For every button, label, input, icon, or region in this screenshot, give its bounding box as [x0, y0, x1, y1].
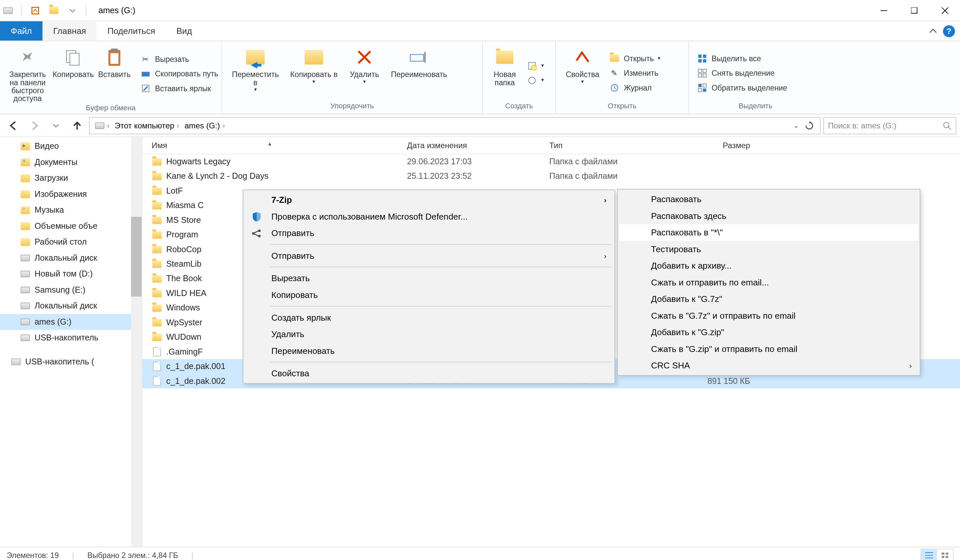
folder-icon — [152, 259, 162, 269]
ctx-extract[interactable]: Распаковать — [619, 191, 918, 208]
ctx-add-zip[interactable]: Добавить к "G.zip" — [619, 324, 918, 341]
nav-item[interactable]: Локальный диск — [0, 298, 142, 314]
minimize-button[interactable] — [869, 0, 899, 21]
moveto-button[interactable]: Переместить в▾ — [227, 44, 283, 102]
forward-button[interactable] — [26, 116, 44, 134]
delete-button[interactable]: Удалить▾ — [344, 44, 384, 102]
invertselect-button[interactable]: Обратить выделение — [694, 81, 790, 94]
copypath-button[interactable]: Скопировать путь — [138, 67, 221, 80]
qat-dropdown-icon[interactable] — [66, 4, 79, 17]
qat-newfolder-icon[interactable] — [47, 4, 60, 17]
nav-item[interactable]: Видео — [0, 138, 142, 154]
ctx-extract-to[interactable]: Распаковать в "*\" — [619, 224, 918, 241]
file-row[interactable]: Kane & Lynch 2 - Dog Days25.11.2023 23:5… — [142, 169, 960, 183]
ctx-share[interactable]: Отправить — [245, 225, 613, 242]
file-date: 25.11.2023 23:52 — [398, 171, 540, 181]
newitem-button[interactable]: ▾ — [524, 59, 547, 72]
maximize-button[interactable] — [899, 0, 930, 21]
newfolder-button[interactable]: Новая папка — [488, 44, 522, 102]
nav-item[interactable]: Samsung (E:) — [0, 282, 142, 298]
folder-icon — [152, 273, 162, 284]
breadcrumb[interactable]: › Этот компьютер› ames (G:)› ⌄ — [89, 117, 821, 134]
ctx-rename[interactable]: Переименовать — [245, 342, 613, 359]
cut-button[interactable]: ✂Вырезать — [138, 53, 221, 66]
selectnone-button[interactable]: Снять выделение — [694, 66, 790, 79]
tab-file[interactable]: Файл — [0, 21, 42, 41]
file-name: SteamLib — [166, 259, 202, 269]
ctx-compress-zip-email[interactable]: Сжать в "G.zip" и отправить по email — [619, 341, 918, 357]
back-button[interactable] — [4, 116, 23, 134]
details-view-button[interactable] — [921, 549, 937, 560]
tab-home[interactable]: Главная — [42, 21, 97, 41]
recent-dropdown[interactable] — [46, 116, 65, 134]
nav-item[interactable]: Музыка — [0, 202, 142, 218]
rename-button[interactable]: Переименовать — [387, 44, 451, 102]
file-type: Папка с файлами — [540, 171, 658, 181]
nav-item[interactable]: Рабочий стол — [0, 234, 142, 250]
ctx-add-7z[interactable]: Добавить к "G.7z" — [619, 291, 918, 307]
close-button[interactable] — [930, 0, 960, 21]
col-name[interactable]: ▴Имя — [142, 141, 398, 150]
ctx-defender[interactable]: Проверка с использованием Microsoft Defe… — [245, 208, 613, 225]
nav-item[interactable]: Изображения — [0, 186, 142, 202]
ctx-delete[interactable]: Удалить — [245, 326, 613, 343]
rename-icon — [408, 46, 430, 68]
copyto-button[interactable]: Копировать в▾ — [286, 44, 342, 102]
ctx-add-archive[interactable]: Добавить к архиву... — [619, 258, 918, 274]
ctx-compress-7z-email[interactable]: Сжать в "G.7z" и отправить по email — [619, 307, 918, 324]
nav-item[interactable]: USB-накопитель ( — [0, 354, 142, 370]
properties-button[interactable]: Свойства▾ — [561, 44, 604, 102]
nav-scrollbar-thumb[interactable] — [131, 217, 142, 297]
ctx-sendto[interactable]: Отправить› — [245, 247, 613, 264]
svg-rect-37 — [942, 552, 944, 554]
address-dropdown-icon[interactable]: ⌄ — [791, 122, 801, 129]
col-type[interactable]: Тип — [540, 141, 658, 150]
edit-small-button[interactable]: ✎Изменить — [606, 66, 663, 79]
nav-item[interactable]: ames (G:) — [0, 314, 142, 330]
ctx-cut[interactable]: Вырезать — [245, 270, 613, 287]
ctx-crc[interactable]: CRC SHA› — [619, 357, 918, 374]
nav-item[interactable]: Загрузки — [0, 170, 142, 186]
collapse-ribbon-icon[interactable] — [928, 26, 938, 35]
search-input[interactable]: Поиск в: ames (G:) — [823, 117, 956, 134]
nav-item[interactable]: USB-накопитель — [0, 330, 142, 346]
col-date[interactable]: Дата изменения — [398, 141, 540, 150]
easyaccess-button[interactable]: ▾ — [524, 74, 547, 86]
nav-item[interactable]: Объемные объе — [0, 218, 142, 234]
ctx-copy[interactable]: Копировать — [245, 287, 613, 304]
sort-asc-icon: ▴ — [268, 140, 272, 147]
breadcrumb-pc[interactable]: Этот компьютер› — [112, 121, 182, 130]
nav-item[interactable]: Локальный диск — [0, 250, 142, 266]
breadcrumb-drive[interactable]: ames (G:)› — [182, 121, 227, 130]
up-button[interactable] — [68, 116, 86, 134]
paste-button[interactable]: Вставить — [96, 44, 132, 104]
help-icon[interactable]: ? — [943, 25, 955, 37]
ctx-compress-email[interactable]: Сжать и отправить по email... — [619, 274, 918, 291]
nav-item[interactable]: Новый том (D:) — [0, 266, 142, 282]
qat-properties-icon[interactable] — [29, 4, 42, 17]
tab-view[interactable]: Вид — [166, 21, 202, 41]
nav-item[interactable]: Документы — [0, 154, 142, 170]
ctx-shortcut[interactable]: Создать ярлык — [245, 309, 613, 326]
ctx-properties[interactable]: Свойства — [245, 365, 613, 382]
ctx-7zip[interactable]: 7-Zip› — [245, 192, 613, 208]
drive-root-icon[interactable]: › — [93, 122, 112, 129]
open-small-button[interactable]: Открыть ▾ — [606, 52, 663, 65]
pasteshortcut-button[interactable]: Вставить ярлык — [138, 82, 221, 95]
selectall-button[interactable]: Выделить все — [694, 52, 790, 65]
refresh-button[interactable] — [801, 121, 817, 130]
file-row[interactable]: Hogwarts Legacy29.06.2023 17:03Папка с ф… — [142, 154, 960, 169]
history-small-button[interactable]: Журнал — [606, 81, 663, 94]
nav-item-label: Локальный диск — [35, 253, 97, 263]
copy-button[interactable]: Копировать — [53, 44, 94, 104]
tab-share[interactable]: Поделиться — [97, 21, 166, 41]
icons-view-button[interactable] — [937, 549, 953, 560]
folder-icon — [152, 186, 162, 196]
submenu-arrow-icon: › — [604, 196, 606, 204]
group-clipboard-label: Буфер обмена — [5, 104, 216, 112]
pin-button[interactable]: Закрепить на панели быстрого доступа — [5, 44, 50, 104]
ctx-extract-here[interactable]: Распаковать здесь — [619, 207, 918, 224]
col-size[interactable]: Размер — [658, 141, 758, 150]
ctx-test[interactable]: Тестировать — [619, 241, 918, 258]
nav-scrollbar[interactable] — [131, 137, 142, 547]
